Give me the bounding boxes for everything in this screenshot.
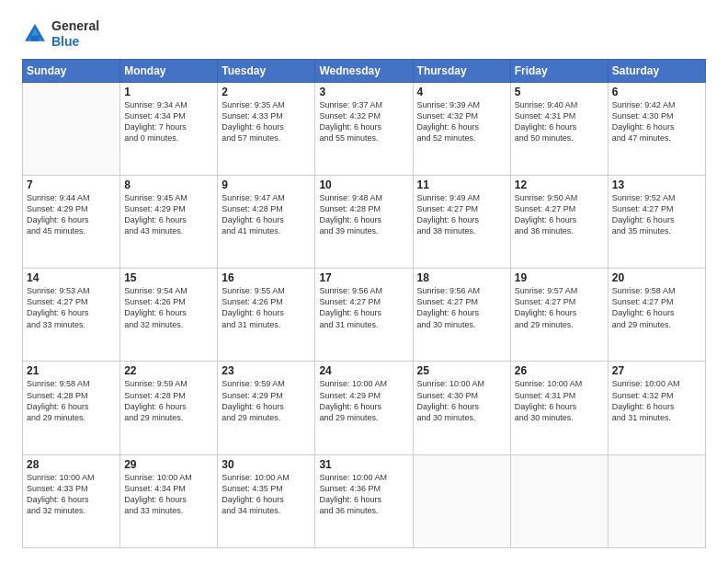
- day-number: 27: [612, 364, 701, 377]
- day-number: 28: [27, 458, 116, 471]
- day-info: Sunrise: 9:55 AM Sunset: 4:26 PM Dayligh…: [222, 285, 311, 330]
- day-number: 20: [612, 271, 701, 284]
- calendar-cell: 26Sunrise: 10:00 AM Sunset: 4:31 PM Dayl…: [510, 362, 608, 454]
- calendar-header-wednesday: Wednesday: [315, 59, 413, 82]
- calendar-header-tuesday: Tuesday: [218, 59, 315, 82]
- day-info: Sunrise: 10:00 AM Sunset: 4:33 PM Daylig…: [27, 472, 116, 517]
- calendar-cell: 1Sunrise: 9:34 AM Sunset: 4:34 PM Daylig…: [120, 82, 218, 175]
- calendar-header-friday: Friday: [510, 59, 608, 82]
- day-number: 12: [515, 178, 604, 191]
- calendar-cell: 11Sunrise: 9:49 AM Sunset: 4:27 PM Dayli…: [413, 175, 510, 268]
- day-info: Sunrise: 9:45 AM Sunset: 4:29 PM Dayligh…: [124, 192, 213, 237]
- calendar-cell: 27Sunrise: 10:00 AM Sunset: 4:32 PM Dayl…: [608, 362, 705, 454]
- calendar-cell: 10Sunrise: 9:48 AM Sunset: 4:28 PM Dayli…: [315, 175, 413, 268]
- page: GeneralBlue SundayMondayTuesdayWednesday…: [0, 0, 728, 563]
- calendar-cell: 9Sunrise: 9:47 AM Sunset: 4:28 PM Daylig…: [218, 175, 315, 268]
- day-info: Sunrise: 9:59 AM Sunset: 4:29 PM Dayligh…: [222, 378, 311, 423]
- calendar-week-1: 1Sunrise: 9:34 AM Sunset: 4:34 PM Daylig…: [23, 82, 706, 175]
- calendar-cell: 4Sunrise: 9:39 AM Sunset: 4:32 PM Daylig…: [413, 82, 510, 175]
- day-number: 10: [319, 178, 408, 191]
- day-number: 26: [515, 364, 604, 377]
- day-number: 4: [417, 86, 506, 98]
- calendar-cell: 21Sunrise: 9:58 AM Sunset: 4:28 PM Dayli…: [23, 362, 120, 454]
- calendar-cell: [23, 82, 120, 175]
- day-number: 22: [124, 364, 213, 377]
- day-number: 21: [27, 364, 116, 377]
- day-info: Sunrise: 9:37 AM Sunset: 4:32 PM Dayligh…: [319, 99, 408, 144]
- day-number: 16: [222, 271, 311, 284]
- day-info: Sunrise: 9:53 AM Sunset: 4:27 PM Dayligh…: [27, 285, 116, 330]
- day-number: 23: [222, 364, 311, 377]
- calendar-header-thursday: Thursday: [413, 59, 510, 82]
- calendar-cell: [510, 454, 608, 547]
- calendar-week-4: 21Sunrise: 9:58 AM Sunset: 4:28 PM Dayli…: [23, 362, 706, 454]
- day-info: Sunrise: 9:58 AM Sunset: 4:28 PM Dayligh…: [27, 378, 116, 423]
- day-info: Sunrise: 10:00 AM Sunset: 4:34 PM Daylig…: [124, 472, 213, 517]
- day-number: 24: [319, 364, 408, 377]
- calendar-cell: 23Sunrise: 9:59 AM Sunset: 4:29 PM Dayli…: [218, 362, 315, 454]
- calendar-week-3: 14Sunrise: 9:53 AM Sunset: 4:27 PM Dayli…: [23, 269, 706, 362]
- header: GeneralBlue: [22, 18, 706, 50]
- calendar-cell: 20Sunrise: 9:58 AM Sunset: 4:27 PM Dayli…: [608, 269, 705, 362]
- day-number: 7: [27, 178, 116, 191]
- calendar-cell: 12Sunrise: 9:50 AM Sunset: 4:27 PM Dayli…: [510, 175, 608, 268]
- day-info: Sunrise: 9:52 AM Sunset: 4:27 PM Dayligh…: [612, 192, 701, 237]
- svg-rect-2: [30, 35, 39, 40]
- day-info: Sunrise: 9:47 AM Sunset: 4:28 PM Dayligh…: [222, 192, 311, 237]
- day-number: 1: [124, 86, 213, 98]
- logo: GeneralBlue: [22, 18, 99, 50]
- day-info: Sunrise: 9:35 AM Sunset: 4:33 PM Dayligh…: [222, 99, 311, 144]
- day-info: Sunrise: 10:00 AM Sunset: 4:30 PM Daylig…: [417, 378, 506, 423]
- day-number: 31: [319, 458, 408, 471]
- day-info: Sunrise: 9:57 AM Sunset: 4:27 PM Dayligh…: [515, 285, 604, 330]
- calendar-cell: 13Sunrise: 9:52 AM Sunset: 4:27 PM Dayli…: [608, 175, 705, 268]
- calendar-cell: 15Sunrise: 9:54 AM Sunset: 4:26 PM Dayli…: [120, 269, 218, 362]
- day-info: Sunrise: 9:58 AM Sunset: 4:27 PM Dayligh…: [612, 285, 701, 330]
- calendar-cell: 2Sunrise: 9:35 AM Sunset: 4:33 PM Daylig…: [218, 82, 315, 175]
- calendar-cell: 7Sunrise: 9:44 AM Sunset: 4:29 PM Daylig…: [23, 175, 120, 268]
- calendar-header-saturday: Saturday: [608, 59, 705, 82]
- calendar-header-row: SundayMondayTuesdayWednesdayThursdayFrid…: [23, 59, 706, 82]
- calendar-cell: 17Sunrise: 9:56 AM Sunset: 4:27 PM Dayli…: [315, 269, 413, 362]
- day-info: Sunrise: 9:56 AM Sunset: 4:27 PM Dayligh…: [319, 285, 408, 330]
- day-number: 19: [515, 271, 604, 284]
- calendar-header-sunday: Sunday: [23, 59, 120, 82]
- day-info: Sunrise: 9:40 AM Sunset: 4:31 PM Dayligh…: [515, 99, 604, 144]
- calendar-cell: 6Sunrise: 9:42 AM Sunset: 4:30 PM Daylig…: [608, 82, 705, 175]
- day-info: Sunrise: 9:48 AM Sunset: 4:28 PM Dayligh…: [319, 192, 408, 237]
- calendar-cell: 3Sunrise: 9:37 AM Sunset: 4:32 PM Daylig…: [315, 82, 413, 175]
- calendar-header-monday: Monday: [120, 59, 218, 82]
- day-info: Sunrise: 9:54 AM Sunset: 4:26 PM Dayligh…: [124, 285, 213, 330]
- day-number: 11: [417, 178, 506, 191]
- calendar-cell: 28Sunrise: 10:00 AM Sunset: 4:33 PM Dayl…: [23, 454, 120, 547]
- day-info: Sunrise: 9:50 AM Sunset: 4:27 PM Dayligh…: [515, 192, 604, 237]
- day-info: Sunrise: 9:49 AM Sunset: 4:27 PM Dayligh…: [417, 192, 506, 237]
- day-info: Sunrise: 9:39 AM Sunset: 4:32 PM Dayligh…: [417, 99, 506, 144]
- day-number: 25: [417, 364, 506, 377]
- calendar-cell: 19Sunrise: 9:57 AM Sunset: 4:27 PM Dayli…: [510, 269, 608, 362]
- calendar-cell: 24Sunrise: 10:00 AM Sunset: 4:29 PM Dayl…: [315, 362, 413, 454]
- calendar-table: SundayMondayTuesdayWednesdayThursdayFrid…: [22, 59, 706, 548]
- calendar-cell: 16Sunrise: 9:55 AM Sunset: 4:26 PM Dayli…: [218, 269, 315, 362]
- day-number: 9: [222, 178, 311, 191]
- calendar-week-5: 28Sunrise: 10:00 AM Sunset: 4:33 PM Dayl…: [23, 454, 706, 547]
- day-info: Sunrise: 9:59 AM Sunset: 4:28 PM Dayligh…: [124, 378, 213, 423]
- calendar-cell: 22Sunrise: 9:59 AM Sunset: 4:28 PM Dayli…: [120, 362, 218, 454]
- day-number: 13: [612, 178, 701, 191]
- day-info: Sunrise: 10:00 AM Sunset: 4:29 PM Daylig…: [319, 378, 408, 423]
- logo-text: GeneralBlue: [51, 18, 99, 50]
- day-info: Sunrise: 9:56 AM Sunset: 4:27 PM Dayligh…: [417, 285, 506, 330]
- calendar-week-2: 7Sunrise: 9:44 AM Sunset: 4:29 PM Daylig…: [23, 175, 706, 268]
- calendar-cell: 29Sunrise: 10:00 AM Sunset: 4:34 PM Dayl…: [120, 454, 218, 547]
- day-info: Sunrise: 9:34 AM Sunset: 4:34 PM Dayligh…: [124, 99, 213, 144]
- day-number: 14: [27, 271, 116, 284]
- day-number: 29: [124, 458, 213, 471]
- day-info: Sunrise: 10:00 AM Sunset: 4:35 PM Daylig…: [222, 472, 311, 517]
- calendar-cell: [608, 454, 705, 547]
- day-number: 17: [319, 271, 408, 284]
- day-number: 2: [222, 86, 311, 98]
- calendar-cell: 14Sunrise: 9:53 AM Sunset: 4:27 PM Dayli…: [23, 269, 120, 362]
- day-number: 8: [124, 178, 213, 191]
- calendar-cell: 31Sunrise: 10:00 AM Sunset: 4:36 PM Dayl…: [315, 454, 413, 547]
- calendar-cell: 5Sunrise: 9:40 AM Sunset: 4:31 PM Daylig…: [510, 82, 608, 175]
